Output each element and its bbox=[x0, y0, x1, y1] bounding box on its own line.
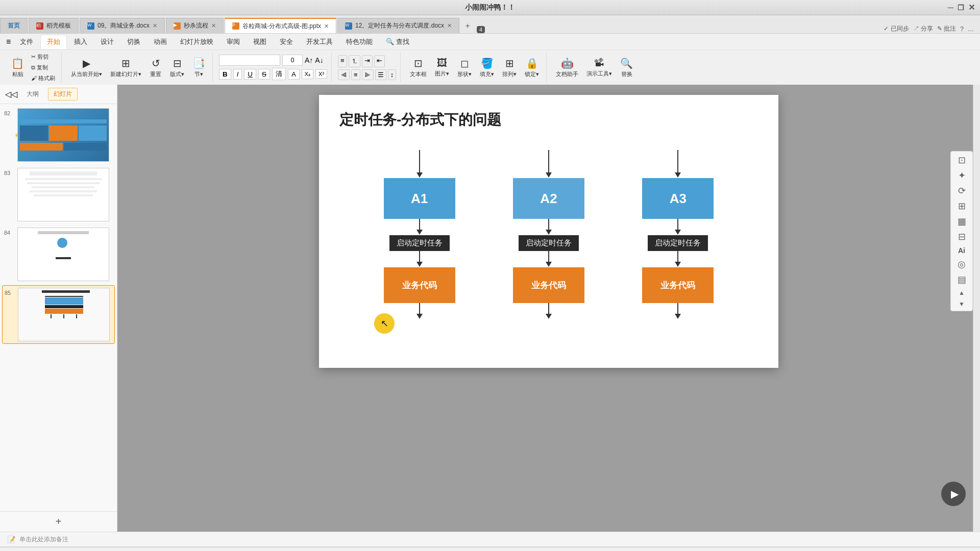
font-size-up[interactable]: A↑ bbox=[305, 56, 313, 64]
cut-btn[interactable]: ✂ 剪切 bbox=[29, 52, 57, 62]
ai-scroll-up[interactable]: ▲ bbox=[959, 289, 965, 296]
orange-box-a3[interactable]: 业务代码 bbox=[642, 267, 714, 303]
reset-btn[interactable]: ↺ 重置 bbox=[146, 54, 165, 81]
restore-btn[interactable]: ❐ bbox=[958, 4, 964, 12]
share-btn[interactable]: ↗ 分享 bbox=[913, 24, 933, 33]
ribbon-tab-view[interactable]: 视图 bbox=[247, 35, 273, 48]
new-slide-btn[interactable]: ⊞ 新建幻灯片▾ bbox=[107, 54, 144, 81]
tab-template[interactable]: 稻 稻壳模板 bbox=[29, 18, 79, 33]
layout-btn[interactable]: ⊟ 版式▾ bbox=[167, 54, 187, 81]
tab-doc1-close[interactable]: ✕ bbox=[153, 22, 157, 29]
tab-ppt1-close[interactable]: ✕ bbox=[324, 23, 329, 30]
ai-rotate-btn[interactable]: ⟳ bbox=[958, 185, 966, 196]
more-btn[interactable]: … bbox=[968, 26, 974, 33]
format-btn[interactable]: 🖌 格式刷 bbox=[29, 73, 57, 83]
tab-doc1[interactable]: W 09。商城业务.docx ✕ bbox=[80, 18, 165, 33]
section-btn[interactable]: 📑 节▾ bbox=[189, 54, 208, 81]
slide-item-84[interactable]: 84 bbox=[2, 226, 115, 283]
ribbon-tab-file[interactable]: 文件 bbox=[14, 35, 39, 48]
copy-btn[interactable]: ⧉ 复制 bbox=[29, 63, 57, 72]
sidebar-tab-outline[interactable]: 大纲 bbox=[21, 88, 44, 100]
slide-item-82[interactable]: 82 ★ bbox=[2, 106, 115, 164]
review-btn[interactable]: ✎ 批注 bbox=[937, 24, 956, 33]
font-size-input[interactable] bbox=[282, 55, 303, 66]
slide-item-83[interactable]: 83 bbox=[2, 166, 115, 223]
font-color-btn[interactable]: A bbox=[288, 69, 300, 80]
ribbon-tab-search[interactable]: 🔍查找 bbox=[380, 35, 415, 48]
close-btn[interactable]: ✕ bbox=[968, 3, 975, 12]
indent-btn[interactable]: ⇥ bbox=[362, 55, 373, 67]
hamburger-menu[interactable]: ≡ bbox=[4, 35, 13, 48]
line-spacing-btn[interactable]: ↕ bbox=[388, 69, 397, 80]
ribbon-tab-design[interactable]: 设计 bbox=[94, 35, 120, 48]
slideshow-btn[interactable]: ▶ 从当前开始▾ bbox=[68, 54, 105, 81]
tab-add-btn[interactable]: + bbox=[460, 19, 475, 33]
sidebar-collapse-btn[interactable]: ◁◁ bbox=[5, 89, 17, 99]
add-slide-btn[interactable]: + bbox=[0, 511, 117, 532]
ai-animation-btn[interactable]: ✦ bbox=[958, 170, 966, 181]
subscript-btn[interactable]: X₂ bbox=[302, 69, 313, 79]
replace-btn[interactable]: 🔍 替换 bbox=[617, 54, 636, 81]
clear-format-btn[interactable]: 清 bbox=[272, 68, 286, 80]
blue-box-a1[interactable]: A1 bbox=[384, 178, 455, 219]
outdent-btn[interactable]: ⇤ bbox=[374, 55, 385, 67]
strike-btn[interactable]: S bbox=[258, 69, 270, 80]
video-play-btn[interactable]: ▶ bbox=[941, 482, 966, 506]
numbering-btn[interactable]: ⒈ bbox=[349, 55, 360, 67]
ai-ai-btn[interactable]: Ai bbox=[958, 246, 965, 255]
tab-flow[interactable]: ▶ 秒杀流程 ✕ bbox=[166, 18, 224, 33]
sync-btn[interactable]: ✓ 已同步 bbox=[884, 24, 909, 33]
note-placeholder[interactable]: 单击此处添加备注 bbox=[19, 535, 68, 544]
tab-flow-close[interactable]: ✕ bbox=[211, 22, 216, 29]
tab-doc2-close[interactable]: ✕ bbox=[447, 22, 452, 29]
orange-box-a2[interactable]: 业务代码 bbox=[513, 267, 584, 303]
minimize-btn[interactable]: ─ bbox=[948, 3, 953, 12]
ribbon-tab-transition[interactable]: 切换 bbox=[121, 35, 146, 48]
ai-qr-btn[interactable]: ⊟ bbox=[958, 231, 966, 242]
ai-crop-btn[interactable]: ⊞ bbox=[958, 201, 966, 212]
shapes-btn[interactable]: ◻ 形状▾ bbox=[454, 54, 475, 81]
italic-btn[interactable]: I bbox=[233, 69, 242, 80]
ribbon-tab-animate[interactable]: 动画 bbox=[148, 35, 173, 48]
superscript-btn[interactable]: X² bbox=[315, 69, 327, 79]
bold-btn[interactable]: B bbox=[219, 69, 231, 80]
blue-box-a3[interactable]: A3 bbox=[642, 178, 714, 219]
note-bar[interactable]: 📝 单击此处添加备注 bbox=[0, 532, 980, 547]
ribbon-tab-insert[interactable]: 插入 bbox=[68, 35, 93, 48]
orange-box-a1[interactable]: 业务代码 bbox=[384, 267, 455, 303]
sidebar-tab-slides[interactable]: 幻灯片 bbox=[48, 88, 78, 101]
tab-ppt1[interactable]: P 谷粒商城-分布式高级-图.pptx ✕ bbox=[225, 18, 336, 33]
align-btn[interactable]: ⊞ 排列▾ bbox=[499, 54, 520, 81]
align-center-btn[interactable]: ≡ bbox=[351, 69, 360, 80]
underline-btn[interactable]: U bbox=[244, 69, 256, 80]
align-right-btn[interactable]: ⫸ bbox=[362, 69, 374, 80]
align-left-btn[interactable]: ⫷ bbox=[338, 69, 350, 80]
scrollbar-vertical[interactable] bbox=[973, 85, 980, 532]
justify-btn[interactable]: ☰ bbox=[375, 69, 386, 80]
lock-btn[interactable]: 🔒 锁定▾ bbox=[522, 54, 542, 81]
blue-box-a2[interactable]: A2 bbox=[513, 178, 584, 219]
tab-home[interactable]: 首页 bbox=[0, 18, 28, 33]
ribbon-tab-start[interactable]: 开始 bbox=[40, 35, 67, 49]
font-size-down[interactable]: A↓ bbox=[315, 56, 323, 64]
ai-scroll-down[interactable]: ▼ bbox=[959, 300, 965, 308]
ai-chart-btn[interactable]: ▦ bbox=[958, 216, 966, 227]
ribbon-tab-security[interactable]: 安全 bbox=[274, 35, 299, 48]
slide-item-85[interactable]: 85 bbox=[2, 285, 115, 344]
ribbon-tab-slideshow[interactable]: 幻灯片放映 bbox=[174, 35, 219, 48]
ai-more1-btn[interactable]: ◎ bbox=[958, 259, 966, 270]
ribbon-tab-special[interactable]: 特色功能 bbox=[340, 35, 379, 48]
fill-btn[interactable]: 🪣 填充▾ bbox=[477, 54, 497, 81]
bullets-btn[interactable]: ≡ bbox=[338, 55, 347, 67]
ai-more2-btn[interactable]: ▤ bbox=[958, 274, 966, 285]
textbox-btn[interactable]: ⊡ 文本框 bbox=[407, 54, 430, 81]
tab-doc2[interactable]: W 12。定时任务与分布式调度.docx ✕ bbox=[337, 18, 459, 33]
ribbon-tab-devtools[interactable]: 开发工具 bbox=[300, 35, 339, 48]
ai-properties-btn[interactable]: ⊡ bbox=[958, 155, 966, 166]
paste-btn[interactable]: 📋 粘贴 bbox=[8, 54, 27, 81]
help-btn[interactable]: ? bbox=[960, 26, 964, 33]
assistant-btn[interactable]: 🤖 文档助手 bbox=[553, 54, 581, 81]
picture-btn[interactable]: 🖼 图片▾ bbox=[432, 54, 452, 81]
present-btn[interactable]: 📽 演示工具▾ bbox=[583, 54, 615, 81]
ribbon-tab-review[interactable]: 审阅 bbox=[220, 35, 246, 48]
